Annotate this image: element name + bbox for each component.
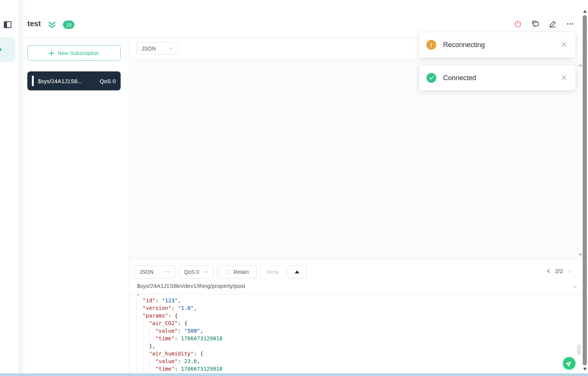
subscription-qos: QoS 0 — [99, 78, 116, 84]
retain-label: Retain — [233, 269, 248, 275]
pagination: 2/2 — [546, 268, 572, 274]
plus-icon — [49, 51, 54, 56]
page-indicator: 2/2 — [555, 268, 563, 274]
publish-panel: JSON QoS 0 Retain Meta 2/2 $sys/24A1 — [129, 260, 588, 376]
meta-button[interactable]: Meta — [260, 265, 285, 278]
topic-row: $sys/24A1J1S6kn/dev1/thing/property/post — [129, 279, 588, 294]
topic-input[interactable]: $sys/24A1J1S6kn/dev1/thing/property/post — [137, 283, 245, 289]
disconnect-power-icon[interactable] — [514, 20, 522, 28]
exclamation-glyph: ! — [431, 42, 432, 48]
unread-count-badge: 15 — [63, 21, 74, 29]
subscription-color-bar — [32, 76, 34, 86]
paper-plane-icon — [564, 359, 574, 368]
qos-select[interactable]: QoS 0 — [179, 265, 214, 278]
header-actions — [514, 20, 574, 28]
code-line[interactable]: "time": 1706673129818 — [136, 365, 577, 373]
more-options-icon[interactable] — [566, 20, 574, 28]
code-line[interactable]: }, — [136, 342, 577, 350]
sidebar-toggle-icon[interactable] — [3, 20, 12, 29]
code-line[interactable]: "time": 1706673129818 — [136, 335, 577, 342]
toast-message: Reconnecting — [443, 41, 485, 49]
connection-list-item-partial[interactable] — [0, 37, 15, 62]
warning-icon: ! — [426, 40, 436, 50]
payload-editor[interactable]: {"id": "123","version": "1.0","params": … — [129, 294, 577, 373]
toast-message: Connected — [443, 74, 476, 82]
code-line[interactable]: "air_CO2": { — [136, 319, 577, 327]
message-format-value: JSON — [141, 46, 156, 52]
triangle-up-icon — [295, 270, 299, 273]
chevron-down-icon — [168, 46, 173, 51]
scrollbar-up-arrow[interactable] — [583, 10, 587, 13]
subscription-item[interactable]: $sys/24A1J1S6... QoS 0 — [27, 71, 121, 90]
new-subscription-label: New Subscription — [58, 50, 99, 56]
scrollbar-down-arrow[interactable] — [583, 368, 587, 371]
messages-chat-icon[interactable] — [531, 20, 539, 28]
topic-chevron-down-icon[interactable] — [572, 284, 578, 290]
code-line[interactable]: "value": 23.6, — [136, 357, 577, 365]
code-line[interactable]: "value": "500", — [136, 327, 577, 335]
mqtt-client-window: test 15 — [0, 0, 588, 376]
chevron-down-icon — [165, 269, 171, 275]
toast-reconnecting: ! Reconnecting — [419, 32, 575, 57]
connection-name: test — [27, 19, 41, 28]
subscriptions-panel: New Subscription $sys/24A1J1S6... QoS 0 — [19, 38, 129, 376]
close-icon[interactable] — [560, 74, 568, 81]
payload-code: {"id": "123","version": "1.0","params": … — [129, 294, 577, 373]
next-page-icon[interactable] — [567, 269, 572, 274]
edit-pencil-icon[interactable] — [549, 20, 557, 28]
prev-page-icon[interactable] — [546, 269, 551, 274]
payload-format-select[interactable]: JSON — [134, 265, 176, 278]
scrollbar-thumb[interactable] — [583, 15, 587, 365]
code-line[interactable]: "version": "1.0", — [136, 304, 577, 312]
message-format-select[interactable]: JSON — [137, 42, 178, 55]
retain-radio-icon — [225, 269, 230, 275]
chevron-down-icon — [203, 269, 209, 275]
new-subscription-button[interactable]: New Subscription — [27, 45, 121, 61]
code-line[interactable]: "air_humidity": { — [136, 350, 577, 357]
window-bottom-edge — [0, 373, 588, 376]
double-chevron-down-icon[interactable] — [47, 20, 57, 30]
retain-toggle[interactable]: Retain — [217, 265, 257, 278]
close-icon[interactable] — [560, 41, 568, 48]
connections-rail — [0, 0, 19, 376]
toast-connected: Connected — [419, 65, 575, 90]
code-line[interactable]: "id": "123", — [136, 297, 577, 304]
payload-format-value: JSON — [139, 269, 153, 275]
qos-value: QoS 0 — [184, 269, 199, 275]
send-button[interactable] — [563, 357, 575, 370]
window-scrollbar — [582, 0, 588, 376]
editor-scrollbar-thumb[interactable] — [577, 344, 581, 355]
collapse-panel-button[interactable] — [288, 265, 307, 278]
code-line[interactable]: "params": { — [136, 312, 577, 319]
subscription-topic: $sys/24A1J1S6... — [38, 78, 82, 84]
success-check-icon — [426, 73, 436, 83]
